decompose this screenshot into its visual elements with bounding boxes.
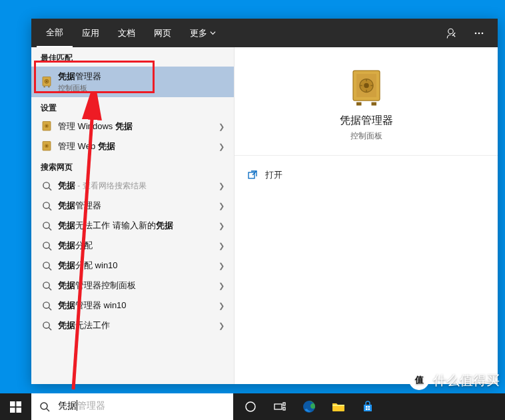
svg-point-1 bbox=[475, 32, 477, 34]
svg-rect-41 bbox=[332, 405, 344, 406]
credential-manager-icon bbox=[41, 120, 53, 132]
svg-point-0 bbox=[448, 29, 454, 34]
result-web-item[interactable]: 凭据管理器控制面板❯ bbox=[31, 276, 234, 296]
svg-rect-31 bbox=[10, 401, 15, 407]
svg-point-17 bbox=[43, 222, 49, 228]
watermark: 值 什么值得买 bbox=[409, 370, 500, 390]
svg-point-36 bbox=[246, 402, 255, 411]
result-web-item[interactable]: 凭据分配 win10❯ bbox=[31, 256, 234, 276]
svg-rect-38 bbox=[283, 403, 285, 405]
chevron-right-icon: ❯ bbox=[219, 202, 225, 210]
svg-rect-34 bbox=[16, 407, 21, 413]
search-tabs: 全部 应用 文档 网页 更多 bbox=[31, 19, 498, 47]
taskbar-cortana-icon[interactable] bbox=[236, 393, 265, 420]
svg-point-21 bbox=[43, 302, 49, 308]
tab-apps[interactable]: 应用 bbox=[73, 19, 109, 47]
chevron-right-icon: ❯ bbox=[219, 242, 225, 250]
result-web-item[interactable]: 凭据 - 查看网络搜索结果❯ bbox=[31, 176, 234, 196]
search-icon bbox=[41, 300, 53, 312]
taskbar-search: 凭据管理器 bbox=[31, 393, 233, 420]
svg-rect-32 bbox=[16, 401, 21, 407]
result-best-match[interactable]: 凭据管理器 控制面板 bbox=[31, 67, 234, 97]
watermark-badge: 值 bbox=[409, 370, 429, 390]
svg-point-18 bbox=[43, 242, 49, 248]
search-icon bbox=[41, 240, 53, 252]
svg-rect-39 bbox=[283, 407, 285, 410]
result-web-item[interactable]: 凭据管理器❯ bbox=[31, 196, 234, 216]
taskbar-store-icon[interactable] bbox=[353, 393, 382, 420]
svg-rect-29 bbox=[249, 172, 254, 178]
search-results-panel: 全部 应用 文档 网页 更多 最佳匹配 凭据管理器 bbox=[31, 19, 498, 384]
svg-point-11 bbox=[46, 125, 47, 126]
results-list: 最佳匹配 凭据管理器 控制面板 设置 管理 Windows 凭据 ❯ bbox=[31, 47, 235, 384]
svg-point-22 bbox=[43, 321, 49, 327]
tab-docs[interactable]: 文档 bbox=[109, 19, 145, 47]
chevron-right-icon: ❯ bbox=[219, 302, 225, 310]
svg-rect-37 bbox=[274, 404, 282, 409]
search-icon bbox=[41, 180, 53, 192]
search-input[interactable] bbox=[58, 393, 233, 420]
result-settings-item[interactable]: 管理 Windows 凭据 ❯ bbox=[31, 116, 234, 136]
chevron-down-icon bbox=[210, 30, 216, 36]
taskbar: 凭据管理器 bbox=[0, 393, 505, 420]
tab-all[interactable]: 全部 bbox=[37, 19, 73, 47]
feedback-icon[interactable] bbox=[438, 27, 466, 39]
result-preview-pane: 凭据管理器 控制面板 打开 bbox=[235, 47, 498, 384]
svg-point-14 bbox=[46, 145, 47, 146]
credential-manager-icon bbox=[41, 140, 53, 152]
search-icon bbox=[31, 401, 58, 412]
search-icon bbox=[41, 260, 53, 272]
taskbar-explorer-icon[interactable] bbox=[324, 393, 353, 420]
svg-point-20 bbox=[43, 282, 49, 288]
svg-rect-45 bbox=[368, 409, 370, 411]
chevron-right-icon: ❯ bbox=[219, 282, 225, 290]
result-web-item[interactable]: 凭据无法工作❯ bbox=[31, 315, 234, 335]
result-settings-item[interactable]: 管理 Web 凭据 ❯ bbox=[31, 136, 234, 156]
svg-rect-33 bbox=[10, 407, 15, 413]
more-options-icon[interactable] bbox=[466, 28, 492, 39]
svg-rect-8 bbox=[48, 87, 49, 88]
start-button[interactable] bbox=[0, 393, 31, 420]
section-settings: 设置 bbox=[31, 97, 234, 116]
taskbar-taskview-icon[interactable] bbox=[265, 393, 294, 420]
result-web-item[interactable]: 凭据无法工作 请输入新的凭据❯ bbox=[31, 216, 234, 236]
svg-point-15 bbox=[43, 182, 49, 188]
result-web-item[interactable]: 凭据分配❯ bbox=[31, 236, 234, 256]
svg-rect-27 bbox=[356, 103, 362, 106]
svg-point-2 bbox=[478, 32, 480, 34]
search-icon bbox=[41, 200, 53, 212]
chevron-right-icon: ❯ bbox=[219, 142, 225, 151]
section-best-match: 最佳匹配 bbox=[31, 47, 234, 67]
svg-point-19 bbox=[43, 262, 49, 268]
chevron-right-icon: ❯ bbox=[219, 122, 225, 131]
chevron-right-icon: ❯ bbox=[219, 321, 225, 330]
svg-point-26 bbox=[364, 83, 369, 89]
svg-rect-44 bbox=[366, 409, 368, 411]
preview-subtitle: 控制面板 bbox=[248, 130, 484, 142]
preview-title: 凭据管理器 bbox=[248, 114, 484, 128]
svg-point-16 bbox=[43, 202, 49, 208]
svg-point-6 bbox=[46, 81, 47, 82]
taskbar-edge-icon[interactable] bbox=[294, 393, 324, 420]
svg-point-35 bbox=[41, 403, 47, 409]
svg-rect-43 bbox=[368, 406, 370, 408]
tab-web[interactable]: 网页 bbox=[145, 19, 181, 47]
action-open[interactable]: 打开 bbox=[244, 165, 488, 185]
search-icon bbox=[41, 319, 53, 331]
search-icon bbox=[41, 280, 53, 292]
open-icon bbox=[247, 169, 258, 181]
result-web-item[interactable]: 凭据管理器 win10❯ bbox=[31, 296, 234, 315]
chevron-right-icon: ❯ bbox=[219, 182, 225, 190]
tab-more[interactable]: 更多 bbox=[181, 19, 225, 47]
chevron-right-icon: ❯ bbox=[219, 262, 225, 270]
svg-rect-42 bbox=[366, 406, 368, 408]
svg-point-3 bbox=[482, 32, 484, 34]
chevron-right-icon: ❯ bbox=[219, 222, 225, 230]
section-web: 搜索网页 bbox=[31, 156, 234, 176]
svg-rect-28 bbox=[371, 103, 376, 106]
credential-manager-icon-large bbox=[350, 67, 383, 107]
credential-manager-icon bbox=[41, 76, 53, 88]
search-icon bbox=[41, 220, 53, 232]
svg-rect-7 bbox=[44, 87, 45, 88]
